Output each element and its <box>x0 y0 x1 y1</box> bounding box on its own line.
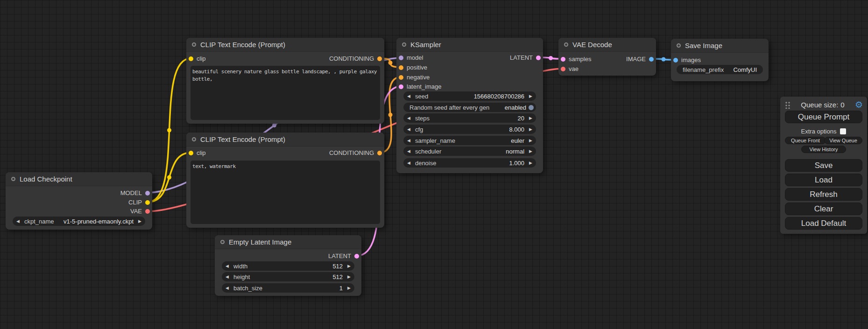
denoise-widget[interactable]: ◀ denoise 1.000 ▶ <box>403 158 536 168</box>
next-arrow-icon[interactable]: ▶ <box>138 219 141 224</box>
increment-arrow-icon[interactable]: ▶ <box>347 275 351 279</box>
prev-arrow-icon[interactable]: ◀ <box>16 219 20 224</box>
decrement-arrow-icon[interactable]: ◀ <box>226 286 229 290</box>
queue-front-button[interactable]: Queue Front <box>785 137 826 144</box>
steps-widget[interactable]: ◀ steps 20 ▶ <box>403 113 536 123</box>
collapse-dot[interactable] <box>677 43 681 48</box>
scheduler-widget[interactable]: ◀ scheduler normal ▶ <box>403 147 536 156</box>
cfg-widget[interactable]: ◀ cfg 8.000 ▶ <box>403 125 536 134</box>
drag-handle-icon[interactable] <box>784 101 790 109</box>
increment-arrow-icon[interactable]: ▶ <box>529 94 532 98</box>
increment-arrow-icon[interactable]: ▶ <box>529 116 532 120</box>
output-slot-conditioning[interactable]: CONDITIONING <box>329 54 382 63</box>
input-slot-images[interactable]: images <box>673 56 701 64</box>
increment-arrow-icon[interactable]: ▶ <box>347 264 351 268</box>
node-title-bar[interactable]: CLIP Text Encode (Prompt) <box>186 38 384 52</box>
collapse-dot[interactable] <box>11 177 15 181</box>
node-empty-latent-image[interactable]: Empty Latent Image LATENT ◀ width 512 ▶ … <box>215 235 361 296</box>
prev-arrow-icon[interactable]: ◀ <box>407 149 410 154</box>
queue-prompt-button[interactable]: Queue Prompt <box>785 111 862 123</box>
input-slot-vae[interactable]: vae <box>561 64 579 73</box>
decrement-arrow-icon[interactable]: ◀ <box>226 275 229 279</box>
image-output-dot[interactable] <box>649 57 654 62</box>
decrement-arrow-icon[interactable]: ◀ <box>226 264 229 268</box>
view-history-button[interactable]: View History <box>801 146 846 153</box>
next-arrow-icon[interactable]: ▶ <box>529 139 532 143</box>
decrement-arrow-icon[interactable]: ◀ <box>407 94 410 98</box>
conditioning-output-dot[interactable] <box>377 151 382 155</box>
batch-size-widget[interactable]: ◀ batch_size 1 ▶ <box>222 283 354 293</box>
prev-arrow-icon[interactable]: ◀ <box>407 139 410 143</box>
latent-output-dot[interactable] <box>354 254 359 259</box>
node-clip-text-encode-positive[interactable]: CLIP Text Encode (Prompt) clip CONDITION… <box>186 38 384 124</box>
input-slot-clip[interactable]: clip <box>189 54 206 63</box>
input-slot-negative[interactable]: negative <box>399 73 430 82</box>
output-slot-vae[interactable]: VAE <box>130 207 150 216</box>
conditioning-output-dot[interactable] <box>377 56 382 61</box>
output-slot-model[interactable]: MODEL <box>120 189 150 197</box>
filename-prefix-widget[interactable]: filename_prefix ComfyUI <box>677 65 763 74</box>
queue-panel[interactable]: Queue size: 0 ⚙ Queue Prompt Extra optio… <box>780 97 867 234</box>
input-slot-positive[interactable]: positive <box>399 63 427 72</box>
clear-button[interactable]: Clear <box>785 203 862 215</box>
refresh-button[interactable]: Refresh <box>785 188 862 201</box>
prompt-textarea[interactable]: beautiful scenery nature glass bottle la… <box>191 66 380 120</box>
increment-arrow-icon[interactable]: ▶ <box>529 161 532 165</box>
decrement-arrow-icon[interactable]: ◀ <box>407 116 410 120</box>
output-slot-latent[interactable]: LATENT <box>328 252 359 260</box>
decrement-arrow-icon[interactable]: ◀ <box>407 161 410 165</box>
output-slot-clip[interactable]: CLIP <box>128 198 150 207</box>
node-title-bar[interactable]: VAE Decode <box>558 38 656 52</box>
seed-widget[interactable]: ◀ seed 156680208700286 ▶ <box>403 91 536 101</box>
toggle-dot-icon[interactable] <box>529 105 534 110</box>
decrement-arrow-icon[interactable]: ◀ <box>407 127 410 132</box>
collapse-dot[interactable] <box>220 240 225 244</box>
model-input-dot[interactable] <box>399 56 403 60</box>
node-load-checkpoint[interactable]: Load Checkpoint MODEL CLIP VAE ◀ ckpt_na… <box>6 172 152 230</box>
collapse-dot[interactable] <box>192 137 196 141</box>
node-ksampler[interactable]: KSampler model positive negative latent_… <box>396 38 543 173</box>
samples-input-dot[interactable] <box>561 57 565 62</box>
node-title-bar[interactable]: KSampler <box>396 38 543 52</box>
settings-gear-icon[interactable]: ⚙ <box>855 100 863 109</box>
view-queue-button[interactable]: View Queue <box>824 137 862 144</box>
latent-input-dot[interactable] <box>399 84 403 89</box>
node-title-bar[interactable]: Save Image <box>671 39 769 53</box>
node-clip-text-encode-negative[interactable]: CLIP Text Encode (Prompt) clip CONDITION… <box>186 133 384 228</box>
collapse-dot[interactable] <box>402 42 406 47</box>
output-slot-image[interactable]: IMAGE <box>626 55 654 63</box>
model-output-dot[interactable] <box>145 191 150 196</box>
node-title-bar[interactable]: CLIP Text Encode (Prompt) <box>186 133 384 147</box>
height-widget[interactable]: ◀ height 512 ▶ <box>222 272 354 281</box>
node-title-bar[interactable]: Empty Latent Image <box>215 235 361 249</box>
positive-input-dot[interactable] <box>399 65 403 70</box>
input-slot-model[interactable]: model <box>399 53 423 62</box>
collapse-dot[interactable] <box>192 42 196 47</box>
vae-output-dot[interactable] <box>145 209 150 214</box>
clip-input-dot[interactable] <box>189 151 193 155</box>
vae-input-dot[interactable] <box>561 67 565 71</box>
next-arrow-icon[interactable]: ▶ <box>529 149 532 154</box>
input-slot-clip[interactable]: clip <box>189 148 206 157</box>
extra-options-checkbox[interactable] <box>840 128 846 134</box>
node-save-image[interactable]: Save Image images filename_prefix ComfyU… <box>671 39 769 81</box>
clip-output-dot[interactable] <box>145 200 150 205</box>
node-graph-canvas[interactable]: Load Checkpoint MODEL CLIP VAE ◀ ckpt_na… <box>0 0 868 329</box>
clip-input-dot[interactable] <box>189 56 193 61</box>
load-button[interactable]: Load <box>785 174 862 186</box>
random-seed-toggle-widget[interactable]: Random seed after every gen enabled <box>403 103 536 112</box>
load-default-button[interactable]: Load Default <box>785 217 862 230</box>
collapse-dot[interactable] <box>564 42 568 47</box>
output-slot-conditioning[interactable]: CONDITIONING <box>329 148 382 157</box>
node-title-bar[interactable]: Load Checkpoint <box>6 172 152 186</box>
width-widget[interactable]: ◀ width 512 ▶ <box>222 261 354 271</box>
sampler-name-widget[interactable]: ◀ sampler_name euler ▶ <box>403 136 536 145</box>
images-input-dot[interactable] <box>673 58 678 63</box>
output-slot-latent[interactable]: LATENT <box>510 53 541 62</box>
prompt-textarea[interactable]: text, watermark <box>191 161 380 224</box>
increment-arrow-icon[interactable]: ▶ <box>347 286 351 290</box>
node-vae-decode[interactable]: VAE Decode samples vae IMAGE <box>558 38 656 76</box>
save-button[interactable]: Save <box>785 159 862 172</box>
ckpt-name-widget[interactable]: ◀ ckpt_name v1-5-pruned-emaonly.ckpt ▶ <box>13 217 145 226</box>
increment-arrow-icon[interactable]: ▶ <box>529 127 532 132</box>
